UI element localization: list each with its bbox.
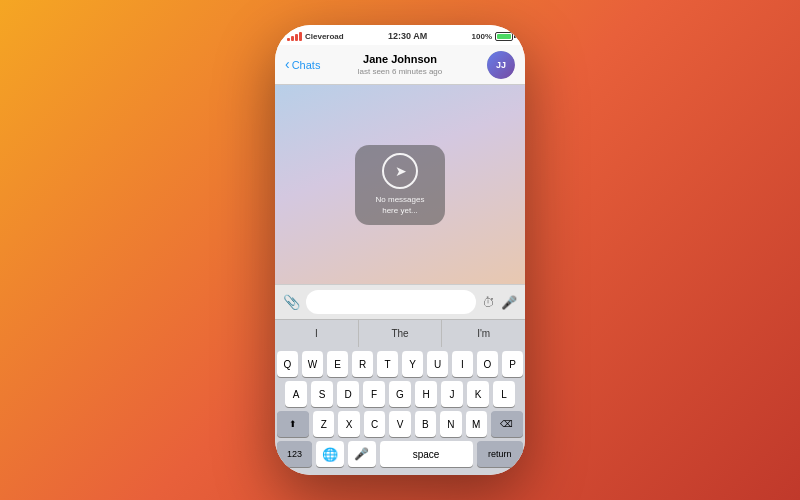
status-time: 12:30 AM <box>388 31 427 41</box>
key-w[interactable]: W <box>302 351 323 377</box>
avatar[interactable]: JJ <box>487 51 515 79</box>
empty-state-text: No messageshere yet... <box>376 195 425 216</box>
status-bar: Cleveroad 12:30 AM 100% <box>275 25 525 45</box>
keyboard: Q W E R T Y U I O P A S D F G H J K L ⬆ … <box>275 347 525 475</box>
key-i[interactable]: I <box>452 351 473 377</box>
return-key[interactable]: return <box>477 441 523 467</box>
mic-icon[interactable]: 🎤 <box>501 295 517 310</box>
word-suggestion-2[interactable]: The <box>359 320 443 347</box>
key-b[interactable]: B <box>415 411 436 437</box>
word-suggestions: I The I'm <box>275 319 525 347</box>
carrier-info: Cleveroad <box>287 32 344 41</box>
empty-state-box: ➤ No messageshere yet... <box>355 145 445 225</box>
key-d[interactable]: D <box>337 381 359 407</box>
word-suggestion-3[interactable]: I'm <box>442 320 525 347</box>
avatar-image: JJ <box>487 51 515 79</box>
clock-icon[interactable]: ⏱ <box>482 295 495 310</box>
key-c[interactable]: C <box>364 411 385 437</box>
message-input[interactable] <box>306 290 476 314</box>
key-t[interactable]: T <box>377 351 398 377</box>
back-chevron-icon: ‹ <box>285 57 290 71</box>
key-l[interactable]: L <box>493 381 515 407</box>
key-q[interactable]: Q <box>277 351 298 377</box>
word-suggestion-1[interactable]: I <box>275 320 359 347</box>
battery-fill <box>497 34 511 39</box>
phone-frame: Cleveroad 12:30 AM 100% ‹ Chats Jane Joh… <box>275 25 525 475</box>
keyboard-row-1: Q W E R T Y U I O P <box>277 351 523 377</box>
back-button[interactable]: ‹ Chats <box>285 58 320 71</box>
signal-strength <box>287 32 302 41</box>
battery-icon <box>495 32 513 41</box>
carrier-label: Cleveroad <box>305 32 344 41</box>
key-s[interactable]: S <box>311 381 333 407</box>
key-m[interactable]: M <box>466 411 487 437</box>
numbers-key[interactable]: 123 <box>277 441 312 467</box>
key-v[interactable]: V <box>389 411 410 437</box>
key-y[interactable]: Y <box>402 351 423 377</box>
back-label: Chats <box>292 59 321 71</box>
key-n[interactable]: N <box>440 411 461 437</box>
key-e[interactable]: E <box>327 351 348 377</box>
mic-key[interactable]: 🎤 <box>348 441 376 467</box>
key-o[interactable]: O <box>477 351 498 377</box>
key-x[interactable]: X <box>338 411 359 437</box>
key-f[interactable]: F <box>363 381 385 407</box>
attach-icon[interactable]: 📎 <box>283 294 300 310</box>
contact-name: Jane Johnson <box>358 53 443 66</box>
keyboard-row-bottom: 123 🌐 🎤 space return <box>277 441 523 467</box>
key-z[interactable]: Z <box>313 411 334 437</box>
key-u[interactable]: U <box>427 351 448 377</box>
battery-percent: 100% <box>472 32 492 41</box>
battery-area: 100% <box>472 32 513 41</box>
last-seen: last seen 6 minutes ago <box>358 67 443 76</box>
nav-bar: ‹ Chats Jane Johnson last seen 6 minutes… <box>275 45 525 85</box>
key-j[interactable]: J <box>441 381 463 407</box>
key-k[interactable]: K <box>467 381 489 407</box>
key-h[interactable]: H <box>415 381 437 407</box>
space-key[interactable]: space <box>380 441 473 467</box>
keyboard-row-3: ⬆ Z X C V B N M ⌫ <box>277 411 523 437</box>
key-a[interactable]: A <box>285 381 307 407</box>
nav-center: Jane Johnson last seen 6 minutes ago <box>358 53 443 75</box>
chat-area: ➤ No messageshere yet... <box>275 85 525 284</box>
send-arrow-icon: ➤ <box>395 163 407 179</box>
key-r[interactable]: R <box>352 351 373 377</box>
key-p[interactable]: P <box>502 351 523 377</box>
key-g[interactable]: G <box>389 381 411 407</box>
shift-key[interactable]: ⬆ <box>277 411 309 437</box>
globe-key[interactable]: 🌐 <box>316 441 344 467</box>
send-icon-circle: ➤ <box>382 153 418 189</box>
keyboard-row-2: A S D F G H J K L <box>277 381 523 407</box>
delete-key[interactable]: ⌫ <box>491 411 523 437</box>
input-bar: 📎 ⏱ 🎤 <box>275 284 525 319</box>
